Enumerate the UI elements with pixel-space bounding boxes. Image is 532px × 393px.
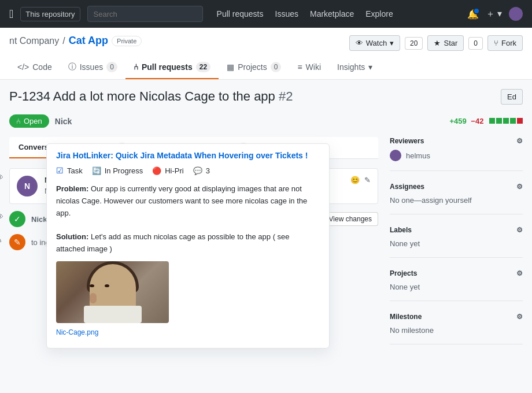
tab-projects-label: Projects xyxy=(238,62,267,72)
pr-status-text: Open xyxy=(24,117,42,125)
top-nav-links: Pull requests Issues Marketplace Explore xyxy=(217,9,393,18)
repo-visibility-badge: Private xyxy=(112,36,142,46)
dropdown-icon: ▾ xyxy=(390,39,394,47)
pr-status-badge: ⑃ Open xyxy=(9,114,49,128)
edit-button[interactable]: Ed xyxy=(501,89,523,105)
org-name[interactable]: nt Company xyxy=(9,36,59,46)
jira-comment-icon: 💬 xyxy=(193,166,202,175)
search-input[interactable] xyxy=(87,6,203,22)
assignees-title: Assignees ⚙ xyxy=(390,183,523,191)
fork-icon: ⑂ xyxy=(494,39,498,47)
edit-comment-icon[interactable]: ✎ xyxy=(364,176,371,184)
gear-icon-5[interactable]: ⚙ xyxy=(516,313,523,321)
watch-icon-2: 👁 xyxy=(0,212,3,221)
nav-explore[interactable]: Explore xyxy=(365,9,393,18)
gear-icon-4[interactable]: ⚙ xyxy=(516,269,523,277)
solution-heading: Solution: xyxy=(56,232,88,241)
tab-wiki[interactable]: ≡ Wiki xyxy=(289,57,329,79)
gear-icon-2[interactable]: ⚙ xyxy=(516,183,523,191)
nic-cage-link[interactable]: Nic-Cage.png xyxy=(56,328,98,336)
sidebar: Reviewers ⚙ helmus Assignees ⚙ No one—as… xyxy=(390,137,523,356)
nav-marketplace[interactable]: Marketplace xyxy=(310,9,354,18)
tab-issues-label: Issues xyxy=(80,62,103,72)
projects-value: None yet xyxy=(390,283,420,291)
gear-icon[interactable]: ⚙ xyxy=(516,137,523,145)
emoji-icon[interactable]: 😊 xyxy=(350,176,360,184)
gear-icon-3[interactable]: ⚙ xyxy=(516,226,523,234)
jira-priority-icon: 🔴 xyxy=(152,166,161,175)
jira-progress-icon: 🔄 xyxy=(92,166,101,175)
jira-comments-item: 💬 3 xyxy=(193,166,210,175)
nav-issues[interactable]: Issues xyxy=(275,9,298,18)
projects-label: Projects xyxy=(390,269,417,277)
pr-author-name: Nick xyxy=(55,117,72,126)
wiki-icon: ≡ xyxy=(297,62,302,72)
github-logo-icon[interactable]:  xyxy=(9,8,13,21)
jira-hi-pri-label: Hi-Pri xyxy=(165,166,184,175)
pr-title: P-1234 Add a lot more Nicolas Cage to th… xyxy=(9,89,293,104)
top-nav-right: 🔔 ＋ ▾ xyxy=(467,7,523,21)
jira-meta-row: ☑ Task 🔄 In Progress 🔴 Hi-Pri 💬 3 xyxy=(56,166,320,175)
eyes-shape xyxy=(90,284,109,287)
comment-avatar: N xyxy=(17,176,38,196)
nic-cage-image xyxy=(56,261,169,323)
tab-insights[interactable]: Insights ▾ xyxy=(329,57,380,79)
watch-count: 20 xyxy=(405,37,423,50)
labels-value: None yet xyxy=(390,239,420,248)
jira-priority-item: 🔴 Hi-Pri xyxy=(152,166,184,175)
projects-sidebar-title: Projects ⚙ xyxy=(390,269,523,277)
reviewer-name: helmus xyxy=(406,151,430,160)
repo-context-label[interactable]: This repository xyxy=(20,7,80,21)
repo-header: nt Company / Cat App Private 👁 Watch ▾ 2… xyxy=(0,28,532,80)
pr-status-row: ⑃ Open Nick +459 −42 xyxy=(9,114,523,128)
issues-icon: ⓘ xyxy=(68,62,76,72)
notification-bell-icon[interactable]: 🔔 xyxy=(467,9,479,20)
pr-title-text: P-1234 Add a lot more Nicolas Cage to th… xyxy=(9,89,275,103)
repo-header-top: nt Company / Cat App Private 👁 Watch ▾ 2… xyxy=(9,35,523,51)
jira-popup-title: Jira HotLinker: Quick Jira Metadata When… xyxy=(56,151,320,160)
star-icon: ★ xyxy=(434,39,441,47)
tab-code[interactable]: </> Code xyxy=(9,57,60,79)
jira-task-label: Task xyxy=(67,166,83,175)
star-button[interactable]: ★ Star xyxy=(427,35,464,51)
edit-diff-icon: ✎ xyxy=(0,235,2,244)
approved-icon: ✓ xyxy=(9,211,25,227)
reviewers-label: Reviewers xyxy=(390,137,424,145)
breadcrumb-separator: / xyxy=(62,36,65,46)
jira-checkbox-icon: ☑ xyxy=(56,166,64,175)
diff-added: +459 xyxy=(449,117,466,125)
view-changes-button[interactable]: View changes xyxy=(323,212,379,226)
shirt-shape xyxy=(84,306,142,323)
comment-actions: 😊 ✎ xyxy=(350,176,371,184)
left-eye xyxy=(90,284,94,287)
watch-button[interactable]: 👁 Watch ▾ xyxy=(349,35,400,51)
pr-author: Nick xyxy=(55,117,72,126)
diff-icon: ✎ xyxy=(9,234,25,250)
user-avatar[interactable] xyxy=(509,7,523,21)
assignees-value[interactable]: No one—assign yourself xyxy=(390,196,472,205)
tab-issues[interactable]: ⓘ Issues 0 xyxy=(60,56,125,79)
repo-name[interactable]: Cat App xyxy=(69,35,108,47)
fork-button[interactable]: ⑂ Fork xyxy=(487,35,523,51)
jira-hotlinker-popup: Jira HotLinker: Quick Jira Metadata When… xyxy=(46,143,330,348)
issues-count: 0 xyxy=(106,62,117,72)
top-navigation:  This repository Pull requests Issues M… xyxy=(0,0,532,28)
nav-pull-requests[interactable]: Pull requests xyxy=(217,9,264,18)
pr-icon: ⑃ xyxy=(134,62,138,72)
milestone-label: Milestone xyxy=(390,313,422,321)
plus-menu-icon[interactable]: ＋ ▾ xyxy=(486,8,502,20)
tab-pull-requests[interactable]: ⑃ Pull requests 22 xyxy=(125,56,219,79)
labels-title: Labels ⚙ xyxy=(390,226,523,234)
solution-text: Let's add as much nicolas cage as possib… xyxy=(56,232,290,253)
pr-count: 22 xyxy=(196,62,210,72)
watch-activity-icon: 👁 xyxy=(0,173,3,182)
tab-projects[interactable]: ▦ Projects 0 xyxy=(219,56,289,79)
tab-insights-label: Insights xyxy=(337,62,365,72)
right-eye xyxy=(105,284,109,287)
top-nav-left:  This repository xyxy=(9,6,203,22)
reviewers-title: Reviewers ⚙ xyxy=(390,137,523,145)
sidebar-projects: Projects ⚙ None yet xyxy=(390,269,523,301)
sidebar-reviewers: Reviewers ⚙ helmus xyxy=(390,137,523,171)
repo-actions: 👁 Watch ▾ 20 ★ Star 0 ⑂ Fork xyxy=(349,35,523,51)
fork-label: Fork xyxy=(501,39,516,47)
